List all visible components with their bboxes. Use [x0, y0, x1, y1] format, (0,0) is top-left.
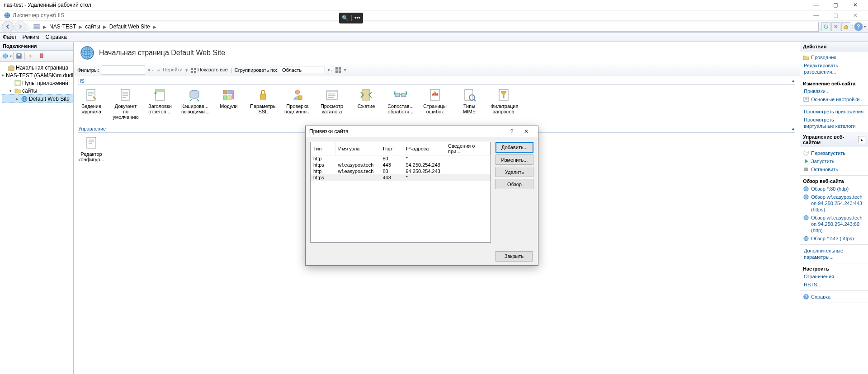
- expand-icon[interactable]: ▸: [15, 97, 20, 101]
- collapse-icon[interactable]: ▾: [2, 73, 4, 78]
- action-start[interactable]: Запустить: [803, 157, 865, 165]
- action-explorer[interactable]: Проводник: [803, 53, 865, 61]
- menu-mode[interactable]: Режим: [23, 34, 39, 40]
- col-ip[interactable]: IP-адреса: [403, 142, 445, 155]
- up-icon[interactable]: [26, 52, 34, 60]
- show-all-button[interactable]: Показать все: [191, 67, 228, 73]
- action-basic-settings[interactable]: Основные настройки...: [803, 95, 865, 103]
- addr-help-button[interactable]: ?: [854, 22, 863, 31]
- breadcrumb[interactable]: ▶ NAS-TEST ▶ сайты ▶ Default Web Site ▶: [30, 22, 819, 32]
- action-browse-80[interactable]: Обзор *:80 (http): [803, 185, 865, 193]
- action-browse-443[interactable]: Обзор *:443 (https): [803, 234, 865, 243]
- feature-default-doc[interactable]: Документ по умолчанию: [113, 88, 139, 120]
- svg-point-53: [804, 195, 808, 199]
- maximize-button[interactable]: ▢: [827, 2, 845, 8]
- delete-icon[interactable]: [38, 52, 46, 60]
- col-type[interactable]: Тип: [311, 142, 335, 155]
- iis-maximize-button[interactable]: ▢: [827, 12, 845, 19]
- save-icon[interactable]: [15, 52, 23, 60]
- close-button[interactable]: ✕: [518, 128, 534, 135]
- connect-icon[interactable]: [1, 52, 9, 60]
- action-limits[interactable]: Ограничения...: [803, 272, 865, 280]
- help-button[interactable]: ?: [505, 128, 518, 135]
- feature-modules[interactable]: Модули: [216, 88, 242, 120]
- back-button[interactable]: [2, 21, 14, 33]
- zoom-icon[interactable]: 🔍: [342, 15, 349, 21]
- tree-sites[interactable]: ▾ сайты: [2, 87, 73, 94]
- rdp-toolbar[interactable]: 🔍 •••: [339, 13, 363, 23]
- addr-refresh-button[interactable]: [821, 22, 830, 31]
- svg-rect-49: [87, 137, 96, 148]
- action-browse-443-host[interactable]: Обзор wf.easypos.tech on 94.250.254.243:…: [803, 193, 865, 214]
- feature-logging[interactable]: Ведение журнала: [78, 88, 104, 120]
- table-row[interactable]: https443*: [311, 174, 491, 181]
- action-stop: Остановить: [803, 165, 865, 173]
- tree-start-page[interactable]: Начальная страница: [2, 64, 73, 71]
- tree-app-pools[interactable]: Пулы приложений: [2, 79, 73, 87]
- table-row[interactable]: httpswf.easypos.tech44394.250.254.243: [311, 162, 491, 168]
- addr-stop-button[interactable]: ✕: [831, 22, 840, 31]
- action-view-vdirs[interactable]: Просмотреть виртуальные каталоги: [803, 116, 865, 130]
- view-icons-button[interactable]: [335, 67, 341, 73]
- feature-dir-browse[interactable]: Просмотр каталога: [319, 88, 345, 120]
- feature-auth[interactable]: Проверка подлинно...: [284, 88, 311, 120]
- filter-input[interactable]: [102, 65, 145, 75]
- action-bindings[interactable]: Привязки...: [803, 87, 865, 95]
- close-button[interactable]: ✕: [846, 2, 864, 8]
- dialog-title: Привязки сайта: [309, 128, 505, 135]
- iis-close-button[interactable]: ✕: [846, 12, 864, 19]
- feature-handlers[interactable]: Сопостав... обработч...: [387, 88, 414, 120]
- feature-config-editor[interactable]: Редактор конфигур...: [78, 136, 104, 162]
- col-host[interactable]: Имя узла: [335, 142, 380, 155]
- table-row[interactable]: httpwf.easypos.tech8094.250.254.243: [311, 168, 491, 174]
- table-row[interactable]: http80*: [311, 155, 491, 162]
- action-help[interactable]: ?Справка: [803, 293, 865, 301]
- col-port[interactable]: Порт: [380, 142, 403, 155]
- svg-rect-2: [34, 27, 39, 29]
- tree-default-site[interactable]: ▸ Default Web Site: [2, 94, 73, 103]
- delete-button[interactable]: Удалить: [495, 167, 533, 177]
- forward-button[interactable]: [14, 21, 26, 33]
- feature-filtering[interactable]: Фильтрация запросов: [491, 88, 517, 120]
- action-view-apps[interactable]: Просмотреть приложения: [803, 108, 865, 116]
- breadcrumb-site[interactable]: Default Web Site: [109, 23, 150, 30]
- col-info[interactable]: Сведения о при...: [445, 142, 491, 155]
- browse-button[interactable]: Обзор: [495, 179, 533, 189]
- go-button[interactable]: Перейти: [156, 67, 183, 73]
- menu-file[interactable]: Файл: [3, 34, 16, 40]
- addr-home-button[interactable]: [841, 22, 850, 31]
- arrow-right-icon: [18, 24, 23, 29]
- action-hsts[interactable]: HSTS...: [803, 280, 865, 289]
- main-menu: Файл Режим Справка: [0, 33, 868, 42]
- breadcrumb-sites[interactable]: сайты: [85, 23, 100, 30]
- action-browse-80-host[interactable]: Обзор wf.easypos.tech on 94.250.254.243:…: [803, 214, 865, 234]
- connections-tree[interactable]: Начальная страница ▾ NAS-TEST (GAMSK\m.d…: [0, 62, 73, 374]
- svg-point-4: [852, 28, 853, 28]
- group-by-select[interactable]: Область: [280, 66, 325, 74]
- breadcrumb-host[interactable]: NAS-TEST: [49, 23, 76, 30]
- feature-error-pages[interactable]: 404Страницы ошибок: [422, 88, 448, 120]
- minimize-button[interactable]: —: [807, 2, 825, 8]
- action-edit-permissions[interactable]: Редактировать разрешения...: [803, 61, 865, 76]
- iis-window-controls: — ▢ ✕: [807, 12, 864, 19]
- section-manage-site[interactable]: Управление веб-сайтом▴: [800, 132, 868, 147]
- iis-minimize-button[interactable]: —: [807, 12, 825, 19]
- close-dialog-button[interactable]: Закрыть: [495, 251, 533, 262]
- collapse-icon[interactable]: ▾: [8, 89, 13, 93]
- feature-compression[interactable]: Сжатие: [353, 88, 379, 120]
- more-icon[interactable]: •••: [354, 15, 360, 21]
- feature-response-headers[interactable]: Заголовки ответов ...: [147, 88, 173, 120]
- feature-output-cache[interactable]: Кэширова... выводимы...: [181, 88, 208, 120]
- add-button[interactable]: Добавить...: [495, 142, 533, 153]
- bindings-table[interactable]: Тип Имя узла Порт IP-адреса Сведения о п…: [310, 142, 491, 243]
- action-advanced[interactable]: Дополнительные параметры...: [803, 247, 865, 261]
- filter-bar: Фильтры: ▾ · Перейти ▾ Показать все | Сг…: [74, 64, 800, 76]
- svg-rect-36: [260, 94, 266, 99]
- feature-mime[interactable]: Типы MIME: [456, 88, 482, 120]
- edit-button[interactable]: Изменить...: [495, 154, 533, 165]
- menu-help[interactable]: Справка: [46, 34, 67, 40]
- tree-server[interactable]: ▾ NAS-TEST (GAMSK\m.dudko): [2, 71, 73, 79]
- feature-ssl[interactable]: Параметры SSL: [250, 88, 276, 120]
- svg-rect-51: [804, 168, 808, 171]
- section-edit-site: Изменение веб-сайта: [803, 80, 865, 87]
